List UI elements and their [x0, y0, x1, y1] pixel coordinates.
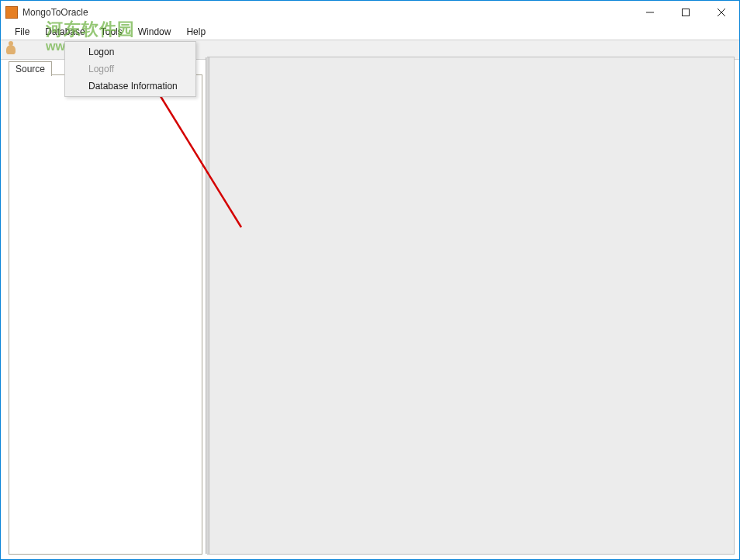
database-dropdown-menu: Logon Logoff Database Information: [64, 41, 196, 97]
close-button[interactable]: [704, 1, 739, 24]
titlebar: MongoToOracle: [1, 1, 739, 24]
menu-item-database-information[interactable]: Database Information: [67, 78, 194, 95]
window-title: MongoToOracle: [22, 7, 88, 18]
window-controls: [632, 1, 739, 24]
menubar: File Database Tools Window Help: [1, 24, 739, 40]
menu-item-logon[interactable]: Logon: [67, 43, 194, 60]
menu-file[interactable]: File: [7, 25, 37, 39]
minimize-button[interactable]: [632, 1, 668, 24]
toolbar-logon-button[interactable]: [4, 43, 18, 57]
menu-database[interactable]: Database: [37, 25, 92, 39]
menu-window[interactable]: Window: [130, 25, 179, 39]
menu-help[interactable]: Help: [178, 25, 213, 39]
main-panel: [207, 57, 735, 555]
close-icon: [718, 9, 725, 16]
app-icon: [5, 6, 18, 19]
maximize-button[interactable]: [668, 1, 704, 24]
menu-item-logoff: Logoff: [67, 60, 194, 78]
source-tab-label: Source: [16, 64, 45, 74]
source-tab[interactable]: Source: [9, 61, 52, 76]
menu-tools[interactable]: Tools: [93, 25, 130, 39]
source-panel: [9, 74, 202, 555]
minimize-icon: [646, 9, 654, 16]
svg-rect-1: [683, 9, 690, 16]
maximize-icon: [682, 9, 690, 16]
person-icon: [6, 45, 16, 54]
